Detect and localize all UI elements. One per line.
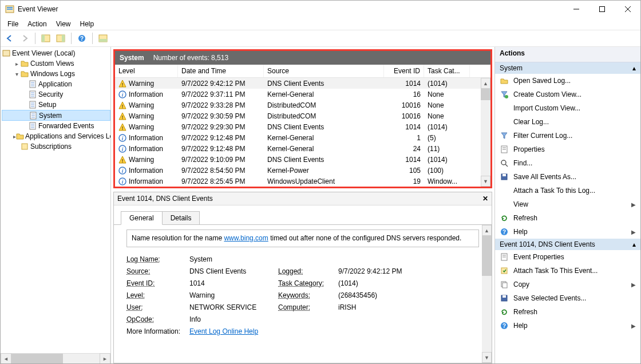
detail-close-button[interactable]: ✕ — [482, 195, 488, 203]
event-task-category: (100) — [424, 167, 470, 175]
action-attach-task-to-this-event[interactable]: Attach Task To This Event... — [495, 264, 640, 278]
col-eventid[interactable]: Event ID — [384, 65, 424, 77]
event-row[interactable]: !Warning9/7/2022 9:33:28 PMDistributedCO… — [115, 100, 490, 110]
action-properties[interactable]: Properties — [495, 143, 640, 156]
action-filter-current-log[interactable]: Filter Current Log... — [495, 129, 640, 143]
event-date: 9/7/2022 9:29:30 PM — [178, 123, 264, 131]
maximize-button[interactable] — [589, 1, 615, 18]
event-row[interactable]: iInformation9/7/2022 8:54:50 PMKernel-Po… — [115, 165, 490, 176]
scroll-up-icon[interactable]: ▲ — [481, 78, 490, 89]
actions-section-system[interactable]: System ▴ — [495, 62, 640, 74]
actions-section-event[interactable]: Event 1014, DNS Client Events ▴ — [495, 239, 640, 250]
action-event-properties[interactable]: Event Properties — [495, 250, 640, 264]
event-row[interactable]: !Warning9/7/2022 9:29:30 PMDNS Client Ev… — [115, 121, 490, 132]
nav-item-application[interactable]: Application — [2, 79, 110, 89]
event-level: Warning — [129, 156, 154, 164]
forward-button[interactable] — [18, 31, 31, 45]
scroll-down-icon[interactable]: ▼ — [481, 176, 490, 187]
menu-view[interactable]: View — [52, 19, 76, 29]
event-table-body[interactable]: !Warning9/7/2022 9:42:12 PMDNS Client Ev… — [115, 78, 490, 187]
event-row[interactable]: !Warning9/7/2022 9:30:59 PMDistributedCO… — [115, 110, 490, 121]
action-label: Import Custom View... — [513, 104, 580, 112]
event-vscrollbar[interactable]: ▲ ▼ — [481, 78, 490, 187]
nav-item-system[interactable]: System — [2, 110, 110, 121]
action-refresh[interactable]: Refresh — [495, 211, 640, 225]
nav-item-forwarded-events[interactable]: Forwarded Events — [2, 121, 110, 131]
action-label: View — [513, 200, 528, 208]
help-button[interactable]: ? — [75, 31, 89, 45]
scroll-left-icon[interactable]: ◄ — [1, 353, 11, 363]
log-icon — [29, 112, 38, 120]
tab-general[interactable]: General — [121, 211, 163, 225]
event-table-header[interactable]: Level Date and Time Source Event ID Task… — [115, 65, 490, 78]
action-help[interactable]: ?Help▶ — [495, 225, 640, 239]
col-date[interactable]: Date and Time — [178, 65, 264, 77]
nav-root[interactable]: Event Viewer (Local) — [2, 48, 110, 58]
warning-icon: ! — [118, 80, 126, 88]
scroll-right-icon[interactable]: ► — [100, 353, 110, 363]
event-row[interactable]: iInformation9/7/2022 9:12:48 PMKernel-Ge… — [115, 132, 490, 143]
nav-item-setup[interactable]: Setup — [2, 100, 110, 110]
action-open-saved-log[interactable]: Open Saved Log... — [495, 74, 640, 88]
event-id: 1014 — [384, 123, 424, 131]
event-row[interactable]: !Warning9/7/2022 9:10:09 PMDNS Client Ev… — [115, 154, 490, 165]
event-task-category: None — [424, 112, 470, 120]
event-message: Name resolution for the name www.bing.co… — [126, 230, 479, 247]
scroll-thumb[interactable] — [482, 236, 492, 276]
nav-item-custom-views[interactable]: ▸Custom Views — [2, 58, 110, 69]
collapse-icon[interactable]: ▴ — [632, 64, 636, 72]
col-level[interactable]: Level — [115, 65, 178, 77]
action-create-custom-view[interactable]: Create Custom View... — [495, 88, 640, 101]
action-copy[interactable]: Copy▶ — [495, 278, 640, 291]
menu-file[interactable]: File — [3, 19, 23, 29]
close-button[interactable] — [615, 1, 640, 18]
center-pane: System Number of events: 8,513 Level Dat… — [111, 47, 494, 363]
nav-hscrollbar[interactable]: ◄ ► — [1, 353, 110, 363]
nav-tree[interactable]: Event Viewer (Local)▸Custom Views▾Window… — [1, 47, 110, 353]
action-label: Filter Current Log... — [513, 132, 572, 140]
action-attach-a-task-to-this-log[interactable]: Attach a Task To this Log... — [495, 184, 640, 197]
information-icon: i — [118, 167, 126, 175]
menu-help[interactable]: Help — [76, 19, 99, 29]
event-row[interactable]: !Warning9/7/2022 9:42:12 PMDNS Client Ev… — [115, 78, 490, 89]
action-find[interactable]: Find... — [495, 156, 640, 170]
nav-item-windows-logs[interactable]: ▾Windows Logs — [2, 69, 110, 79]
event-row[interactable]: iInformation9/7/2022 9:37:11 PMKernel-Ge… — [115, 89, 490, 100]
col-taskcat[interactable]: Task Cat... — [424, 65, 470, 77]
show-hide-console-tree-button[interactable] — [39, 31, 53, 45]
nav-item-security[interactable]: Security — [2, 89, 110, 100]
action-refresh[interactable]: Refresh — [495, 305, 640, 319]
tab-details[interactable]: Details — [162, 211, 200, 225]
action-view[interactable]: View▶ — [495, 197, 640, 211]
action-label: Create Custom View... — [513, 90, 581, 98]
action-label: Clear Log... — [513, 118, 549, 126]
collapse-icon[interactable]: ▴ — [632, 240, 636, 248]
scroll-thumb[interactable] — [481, 89, 490, 100]
minimize-button[interactable] — [563, 1, 589, 18]
twisty-icon[interactable]: ▾ — [13, 71, 20, 77]
preview-pane-button[interactable] — [96, 31, 110, 45]
twisty-icon[interactable]: ▸ — [13, 61, 20, 67]
event-log-online-help-link[interactable]: Event Log Online Help — [189, 327, 258, 335]
nav-item-label: Custom Views — [30, 60, 74, 68]
nav-item-subscriptions[interactable]: Subscriptions — [2, 141, 110, 152]
scroll-thumb[interactable] — [11, 354, 63, 363]
nav-item-applications-and-services-logs[interactable]: ▸Applications and Services Logs — [2, 131, 110, 141]
col-source[interactable]: Source — [264, 65, 384, 77]
action-help[interactable]: ?Help▶ — [495, 319, 640, 333]
action-save-all-events-as[interactable]: Save All Events As... — [495, 170, 640, 184]
scroll-up-icon[interactable]: ▲ — [482, 225, 492, 236]
menu-action[interactable]: Action — [23, 19, 51, 29]
scroll-down-icon[interactable]: ▼ — [482, 352, 492, 363]
back-button[interactable] — [3, 31, 17, 45]
information-icon: i — [118, 145, 126, 153]
show-hide-action-pane-button[interactable] — [54, 31, 68, 45]
detail-body: Name resolution for the name www.bing.co… — [114, 225, 492, 363]
action-save-selected-events[interactable]: Save Selected Events... — [495, 291, 640, 305]
event-row[interactable]: iInformation9/7/2022 8:25:45 PMWindowsUp… — [115, 176, 490, 187]
action-import-custom-view[interactable]: Import Custom View... — [495, 101, 640, 115]
message-link[interactable]: www.bing.com — [224, 234, 268, 242]
event-row[interactable]: iInformation9/7/2022 9:12:48 PMKernel-Ge… — [115, 143, 490, 154]
detail-vscrollbar[interactable]: ▲ ▼ — [482, 225, 492, 363]
action-clear-log[interactable]: Clear Log... — [495, 115, 640, 129]
